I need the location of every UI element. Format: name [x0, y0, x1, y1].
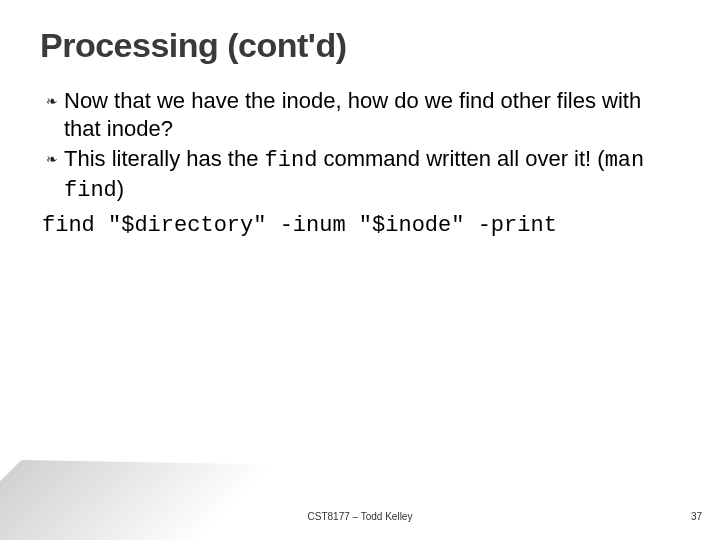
decorative-wedge: [0, 460, 277, 540]
code-run: find: [265, 148, 318, 173]
bullet-text: Now that we have the inode, how do we fi…: [64, 87, 680, 143]
text-run: command written all over it! (: [317, 146, 604, 171]
bullet-item: ❧ This literally has the find command wr…: [46, 145, 680, 205]
bullet-icon: ❧: [46, 145, 64, 205]
bullet-icon: ❧: [46, 87, 64, 143]
slide-title: Processing (cont'd): [40, 26, 680, 65]
text-run: ): [117, 176, 124, 201]
footer: CST8177 – Todd Kelley 37: [0, 511, 720, 522]
slide: Processing (cont'd) ❧ Now that we have t…: [0, 0, 720, 540]
page-number: 37: [691, 511, 702, 522]
content-area: ❧ Now that we have the inode, how do we …: [40, 87, 680, 240]
bullet-text: This literally has the find command writ…: [64, 145, 680, 205]
bullet-item: ❧ Now that we have the inode, how do we …: [46, 87, 680, 143]
command-line: find "$directory" -inum "$inode" -print: [42, 212, 680, 240]
text-run: This literally has the: [64, 146, 265, 171]
footer-text: CST8177 – Todd Kelley: [0, 511, 720, 522]
